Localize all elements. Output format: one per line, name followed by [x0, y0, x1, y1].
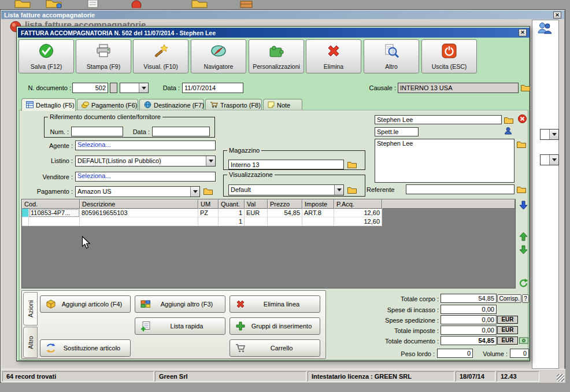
chevron-down-icon[interactable] — [206, 156, 215, 166]
folder-icon[interactable] — [203, 187, 213, 197]
chevron-down-icon[interactable] — [334, 185, 343, 195]
move-row-down-icon[interactable] — [518, 245, 528, 255]
tab-destinazione[interactable]: Destinazione (F7) — [139, 99, 204, 110]
magazzino-input[interactable] — [228, 160, 344, 169]
peso-lordo-input[interactable] — [437, 349, 473, 358]
list-plus-icon — [140, 321, 151, 331]
elimina-linea-button[interactable]: Elimina linea — [230, 295, 320, 313]
person-icon[interactable] — [504, 127, 513, 138]
address-textarea[interactable]: Stephen Lee — [375, 139, 515, 183]
volume-input[interactable] — [510, 349, 529, 358]
background-combo[interactable] — [540, 129, 559, 140]
stampa-button[interactable]: Stampa (F9) — [76, 39, 131, 73]
tab-dettaglio[interactable]: Dettaglio (F5) — [21, 98, 76, 111]
insert-line-icon[interactable] — [518, 200, 528, 210]
delete-circle-icon[interactable] — [518, 114, 527, 125]
uscita-button[interactable]: Uscita (ESC) — [421, 39, 477, 73]
referente-input[interactable] — [406, 184, 515, 194]
column-header-cod[interactable]: Cod. — [22, 199, 80, 209]
folder-icon[interactable] — [517, 185, 526, 195]
tab-altro-vertical[interactable]: Altro — [23, 327, 38, 358]
background-combo[interactable] — [540, 154, 559, 165]
listino-combo[interactable]: DEFAULT(Listino al Pubblico) — [75, 156, 216, 167]
refresh-icon[interactable] — [518, 278, 528, 288]
cliente-input[interactable] — [375, 115, 502, 124]
n-documento-input[interactable] — [72, 83, 108, 93]
column-header-pacq[interactable]: P.Acq. — [334, 199, 382, 209]
chevron-down-icon[interactable] — [549, 155, 558, 165]
close-icon[interactable]: ✕ — [553, 12, 561, 19]
resize-grip[interactable] — [557, 374, 564, 382]
personalizzazioni-button[interactable]: Personalizzazioni — [249, 39, 304, 73]
folder-icon[interactable] — [504, 116, 513, 126]
close-icon[interactable]: ✕ — [519, 29, 527, 36]
folder-icon[interactable] — [347, 186, 357, 196]
aggiungi-altro-button[interactable]: Aggiungi altro (F3) — [135, 295, 225, 313]
pagamento-label: Pagamento : — [24, 188, 73, 195]
table-row[interactable]: 110853-4P7... 8059619655103 PZ 1 EUR 54,… — [22, 209, 515, 217]
causale-input[interactable] — [398, 83, 519, 93]
tab-note[interactable]: Note — [263, 99, 302, 110]
tab-pagamento[interactable]: Pagamento (F6) — [77, 99, 138, 110]
table-row[interactable]: 1 12,60 — [22, 217, 515, 226]
magic-wand-icon — [153, 43, 169, 59]
doc-type-combo[interactable] — [120, 83, 149, 93]
sostituzione-articolo-button[interactable]: Sostituzione articolo — [40, 339, 131, 357]
column-header-um[interactable]: UM — [198, 199, 219, 209]
folder-icon[interactable] — [347, 160, 357, 171]
spese-incasso-input[interactable] — [441, 305, 497, 314]
row-selector[interactable] — [22, 217, 29, 226]
pagamento-combo[interactable]: Amazon US — [75, 186, 200, 197]
venditore-field[interactable]: Seleziona... — [75, 172, 216, 182]
totale-imposte-label: Totale imposte : — [343, 327, 439, 334]
chevron-down-icon[interactable] — [190, 187, 199, 197]
rif-num-input[interactable] — [71, 127, 123, 136]
agente-field[interactable]: Seleziona... — [75, 140, 216, 150]
column-header-quant[interactable]: Quant. — [219, 199, 245, 209]
tab-trasporto[interactable]: Trasporto (F8) — [205, 99, 262, 110]
status-company: Green Srl — [155, 371, 306, 382]
dialog-titlebar[interactable]: FATTURA ACCOMPAGNATORIA N. 502 del 11/07… — [18, 28, 530, 38]
rif-num-label: Num. : — [47, 128, 69, 135]
data-input[interactable] — [182, 83, 243, 93]
colored-grid-icon — [140, 299, 151, 309]
row-selector[interactable] — [22, 209, 29, 217]
totale-documento-input[interactable] — [441, 336, 497, 345]
rif-data-input[interactable] — [152, 127, 210, 136]
chevron-down-icon[interactable] — [549, 130, 558, 139]
spettle-input[interactable] — [375, 127, 419, 136]
totale-imposte-input[interactable] — [441, 326, 497, 335]
folder-icon[interactable] — [517, 140, 526, 150]
people-icon[interactable] — [537, 21, 552, 38]
payment-money-icon[interactable] — [519, 336, 528, 347]
lista-rapida-button[interactable]: Lista rapida — [135, 317, 225, 335]
navigatore-button[interactable]: Navigatore — [191, 39, 246, 73]
corrisp-button[interactable]: Corrisp. — [497, 294, 521, 303]
visualizzazione-combo[interactable]: Default — [228, 184, 344, 195]
volume-label: Volume : — [475, 350, 508, 357]
box-icon — [46, 299, 56, 309]
folder-icon[interactable] — [521, 83, 530, 94]
salva-button[interactable]: Salva (F12) — [18, 39, 74, 73]
move-row-up-icon[interactable] — [518, 231, 528, 242]
spese-spedizione-input[interactable] — [441, 315, 497, 324]
column-header-imposte[interactable]: Imposte — [302, 199, 334, 209]
background-window-titlebar[interactable]: Lista fatture accompagnatorie ✕ — [1, 10, 564, 19]
elimina-button[interactable]: Elimina — [306, 39, 361, 73]
help-button[interactable]: ? — [522, 294, 529, 303]
grid-header: Cod. Descrizione UM Quant. Val Prezzo Im… — [22, 199, 515, 209]
column-header-descrizione[interactable]: Descrizione — [80, 199, 198, 209]
status-bar: 64 record trovati Green Srl Intestatario… — [1, 369, 565, 383]
altro-button[interactable]: Altro — [364, 39, 419, 73]
tab-azioni[interactable]: Azioni — [23, 292, 38, 326]
totale-corpo-input[interactable] — [441, 294, 497, 303]
column-header-val[interactable]: Val — [245, 199, 268, 209]
visual-button[interactable]: Visual. (F10) — [133, 39, 188, 73]
listino-label: Listino : — [24, 157, 73, 164]
chevron-down-icon[interactable] — [139, 83, 148, 93]
aggiungi-articolo-button[interactable]: Aggiungi articolo (F4) — [40, 295, 131, 313]
carrello-button[interactable]: Carrello — [230, 339, 320, 357]
spese-incasso-label: Spese di incasso : — [343, 306, 439, 313]
column-header-prezzo[interactable]: Prezzo — [268, 199, 302, 209]
gruppi-inserimento-button[interactable]: Gruppi di inserimento — [230, 317, 320, 335]
